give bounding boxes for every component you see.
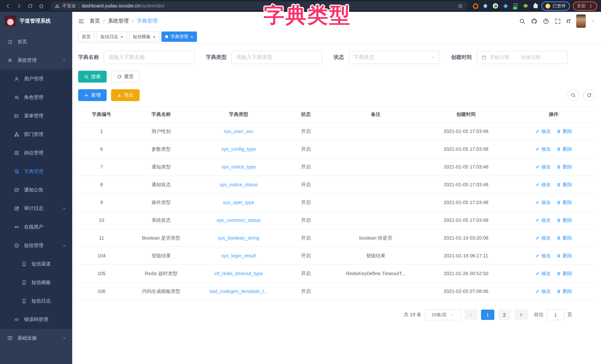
paused-extension-badge[interactable]: 已暂停 bbox=[541, 1, 570, 10]
sidebar-item-user-management[interactable]: 用户管理 bbox=[0, 70, 72, 88]
delete-link[interactable]: 删除 bbox=[557, 146, 572, 152]
extension-on-badge-icon[interactable]: on bbox=[512, 3, 518, 9]
edit-link[interactable]: 修改 bbox=[535, 252, 551, 259]
breadcrumb-system[interactable]: 系统管理 bbox=[108, 18, 129, 24]
sidebar-item-post-management[interactable]: 岗位管理 bbox=[0, 144, 72, 162]
delete-link[interactable]: 删除 bbox=[557, 163, 572, 170]
dict-name-input[interactable]: 请输入字典名称 bbox=[104, 51, 195, 64]
font-size-icon[interactable]: tT bbox=[567, 18, 571, 24]
prev-page-button[interactable] bbox=[464, 310, 478, 320]
dict-type-link[interactable]: sys_user_sex bbox=[224, 129, 253, 134]
dict-type-link[interactable]: sys_config_type bbox=[221, 146, 256, 152]
page-button-2[interactable]: 2 bbox=[498, 310, 511, 320]
sidebar-item-system-management[interactable]: 系统管理 bbox=[0, 51, 72, 70]
avatar-caret-down-icon[interactable] bbox=[591, 19, 595, 23]
url-text[interactable]: dashboard.yudao.iocoder.cn/system/dict bbox=[82, 3, 164, 9]
dict-type-link[interactable]: sys_notice_type bbox=[221, 164, 256, 170]
delete-link[interactable]: 删除 bbox=[557, 199, 572, 206]
refresh-table-button[interactable] bbox=[583, 89, 595, 101]
date-range-picker[interactable]: 开始日期 - 结束日期 bbox=[477, 51, 568, 64]
close-icon[interactable]: × bbox=[153, 34, 156, 39]
security-label[interactable]: 不安全 bbox=[62, 3, 76, 9]
home-icon[interactable] bbox=[37, 2, 45, 10]
export-button[interactable]: 导出 bbox=[111, 89, 140, 101]
sidebar-item-sms-channel[interactable]: 短信渠道 bbox=[0, 255, 72, 273]
calendar-icon bbox=[481, 55, 487, 60]
extension-blue-drop-icon[interactable] bbox=[482, 3, 488, 9]
help-icon[interactable] bbox=[543, 18, 549, 24]
sidebar-item-audit-log[interactable]: 审计日志 bbox=[0, 199, 72, 218]
add-button[interactable]: 新增 bbox=[78, 89, 107, 101]
goto-page-input[interactable] bbox=[547, 309, 564, 320]
app-logo[interactable]: 芋道管理系统 bbox=[0, 12, 72, 30]
dict-type-link[interactable]: tool_codegen_template_t... bbox=[210, 288, 268, 294]
sidebar-toggle-hamburger-icon[interactable] bbox=[78, 18, 84, 24]
delete-link[interactable]: 删除 bbox=[557, 217, 572, 223]
dict-type-link[interactable]: sys_boolean_string bbox=[218, 235, 259, 241]
search-button[interactable]: 搜索 bbox=[78, 71, 107, 82]
github-icon[interactable] bbox=[531, 18, 537, 24]
page-size-select[interactable]: 10条/页 bbox=[425, 309, 461, 320]
forward-icon[interactable] bbox=[15, 2, 23, 10]
user-avatar[interactable] bbox=[576, 14, 586, 28]
dict-type-link[interactable]: sys_common_status bbox=[217, 217, 260, 223]
sidebar-item-sms-management[interactable]: 短信管理 bbox=[0, 236, 72, 255]
edit-link[interactable]: 修改 bbox=[535, 163, 551, 170]
edit-link[interactable]: 修改 bbox=[535, 235, 551, 241]
sidebar-item-dept-management[interactable]: 部门管理 bbox=[0, 125, 72, 144]
delete-link[interactable]: 删除 bbox=[557, 235, 572, 241]
delete-link[interactable]: 删除 bbox=[557, 288, 572, 294]
close-icon[interactable]: × bbox=[120, 34, 123, 39]
next-page-button[interactable] bbox=[514, 310, 528, 320]
edit-link[interactable]: 修改 bbox=[535, 217, 551, 223]
reset-button[interactable]: 重置 bbox=[111, 71, 140, 82]
sidebar-item-online-users[interactable]: 在线用户 bbox=[0, 218, 72, 236]
sidebar-item-sms-log[interactable]: 短信日志 bbox=[0, 292, 72, 310]
bookmark-star-icon[interactable] bbox=[458, 3, 463, 9]
sidebar-item-infrastructure[interactable]: 基础设施 bbox=[0, 329, 72, 347]
edit-link[interactable]: 修改 bbox=[535, 288, 551, 294]
edit-link[interactable]: 修改 bbox=[535, 146, 551, 152]
dict-type-link[interactable]: sys_notice_status bbox=[220, 182, 258, 187]
extension-orange-ring-icon[interactable] bbox=[472, 3, 478, 9]
delete-link[interactable]: 删除 bbox=[557, 181, 572, 188]
extension-blue-diamond-icon[interactable] bbox=[502, 3, 508, 9]
toggle-search-button[interactable] bbox=[567, 89, 579, 101]
extension-green-circle-icon[interactable] bbox=[492, 3, 498, 9]
dict-type-link[interactable]: sys_login_result bbox=[221, 253, 256, 258]
browser-menu-kebab-icon[interactable]: ⋮ bbox=[588, 3, 593, 9]
tab-sms-template[interactable]: 短信模板× bbox=[129, 31, 159, 42]
delete-link[interactable]: 删除 bbox=[557, 270, 572, 277]
sidebar-item-dict-management[interactable]: 字典管理 bbox=[0, 162, 72, 181]
breadcrumb-home[interactable]: 首页 bbox=[90, 18, 100, 24]
close-icon[interactable]: × bbox=[190, 34, 193, 39]
edit-link[interactable]: 修改 bbox=[535, 199, 551, 206]
edit-link[interactable]: 修改 bbox=[535, 181, 551, 188]
status-select[interactable]: 字典状态 bbox=[349, 51, 440, 64]
tab-home[interactable]: 首页 bbox=[78, 31, 94, 42]
search-icon[interactable] bbox=[519, 18, 525, 24]
extension-green-leaf-icon[interactable] bbox=[522, 3, 528, 9]
fullscreen-icon[interactable] bbox=[555, 18, 561, 24]
sidebar-item-notice[interactable]: 通知公告 bbox=[0, 181, 72, 199]
sidebar-item-error-code[interactable]: 错误码管理 bbox=[0, 310, 72, 329]
address-bar[interactable]: 不安全 dashboard.yudao.iocoder.cn/system/di… bbox=[50, 1, 467, 10]
dict-type-input[interactable]: 请输入字典类型 bbox=[231, 51, 322, 64]
sidebar-item-sms-template[interactable]: 短信模板 bbox=[0, 273, 72, 292]
edit-link[interactable]: 修改 bbox=[535, 270, 551, 277]
sidebar-item-role-management[interactable]: 角色管理 bbox=[0, 88, 72, 107]
browser-update-button[interactable]: 更新 ⋮ bbox=[573, 1, 597, 10]
delete-link[interactable]: 删除 bbox=[557, 128, 572, 135]
extensions-puzzle-icon[interactable] bbox=[532, 3, 538, 9]
page-button-1[interactable]: 1 bbox=[481, 310, 494, 320]
edit-link[interactable]: 修改 bbox=[535, 128, 551, 135]
sidebar-item-menu-management[interactable]: 菜单管理 bbox=[0, 107, 72, 125]
back-icon[interactable] bbox=[4, 2, 12, 10]
tab-sms-log[interactable]: 短信日志× bbox=[97, 31, 127, 42]
reload-icon[interactable] bbox=[26, 2, 34, 10]
tab-dict-management[interactable]: 字典管理× bbox=[161, 31, 197, 42]
delete-link[interactable]: 删除 bbox=[557, 252, 572, 259]
sidebar-item-home[interactable]: 首页 bbox=[0, 33, 72, 51]
dict-type-link[interactable]: sys_oper_type bbox=[223, 200, 254, 205]
dict-type-link[interactable]: inf_redis_timeout_type bbox=[214, 271, 263, 276]
